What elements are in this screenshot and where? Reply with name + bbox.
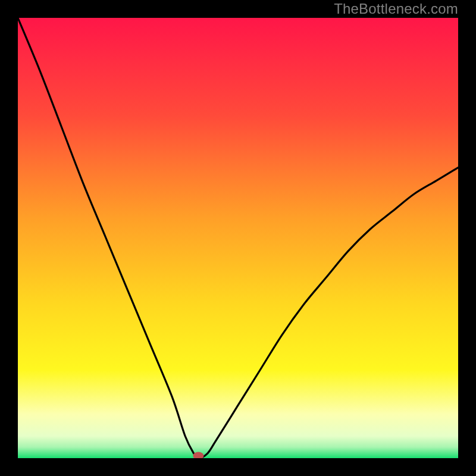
curve-layer (18, 18, 458, 458)
plot-area (18, 18, 458, 458)
watermark-text: TheBottleneck.com (334, 0, 458, 18)
optimum-marker (193, 452, 203, 459)
chart-frame: TheBottleneck.com (0, 0, 476, 476)
bottleneck-curve (18, 18, 458, 458)
